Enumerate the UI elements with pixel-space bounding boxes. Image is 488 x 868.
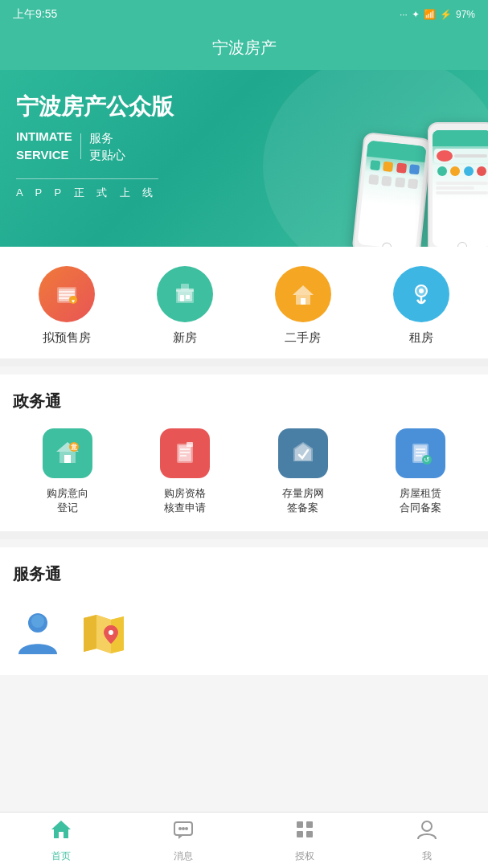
bluetooth-icon: ✦ xyxy=(412,9,420,20)
hetong-label: 房屋租赁合同备案 xyxy=(400,486,441,515)
svg-rect-43 xyxy=(59,832,64,838)
svg-rect-10 xyxy=(186,295,190,299)
svg-point-46 xyxy=(182,827,185,830)
svg-rect-25 xyxy=(178,445,191,461)
wifi-icon: 📶 xyxy=(424,9,436,20)
quick-item-zufang[interactable]: 租房 xyxy=(381,266,461,346)
tab-profile-icon xyxy=(416,818,438,846)
tab-messages-label: 消息 xyxy=(174,850,193,863)
banner-divider xyxy=(80,133,81,159)
cunliang-icon-box xyxy=(278,428,328,478)
header-title: 宁波房产 xyxy=(212,39,277,56)
svg-rect-21 xyxy=(64,455,71,463)
hetong-icon-box: ↺ xyxy=(396,428,445,478)
separator-2 xyxy=(0,531,488,539)
xinfang-label: 新房 xyxy=(173,330,197,346)
banner-service-text: 服务 更贴心 xyxy=(89,129,125,163)
svg-point-45 xyxy=(178,827,182,830)
svg-rect-50 xyxy=(297,831,303,837)
svg-rect-51 xyxy=(306,831,313,837)
app-header: 宁波房产 xyxy=(0,29,488,70)
svg-text:♥: ♥ xyxy=(72,298,75,304)
svg-point-47 xyxy=(185,827,188,830)
banner: 宁波房产公众版 INTIMATE SERVICE 服务 更贴心 A P P 正 … xyxy=(0,70,488,247)
battery-level: 97% xyxy=(456,9,475,20)
phone-mockup-back xyxy=(351,132,432,247)
ershougfang-icon xyxy=(275,266,331,322)
status-bar: 上午9:55 ··· ✦ 📶 ⚡ 97% xyxy=(0,0,488,29)
signal-icon: ··· xyxy=(400,9,408,20)
service-person-icon xyxy=(13,609,63,659)
svg-rect-29 xyxy=(187,442,193,447)
svg-text:↺: ↺ xyxy=(424,456,430,464)
tab-home-icon xyxy=(50,818,72,846)
yushoufang-icon: ♥ xyxy=(39,266,95,322)
svg-rect-48 xyxy=(297,821,303,828)
zhengwutong-section: 政务通 意 购房意向登记 xyxy=(0,375,488,531)
zhengwutong-title: 政务通 xyxy=(13,391,475,412)
svg-rect-8 xyxy=(178,292,192,301)
tab-bar: 首页 消息 授权 xyxy=(0,812,488,868)
fuwutong-title: 服务通 xyxy=(13,563,475,585)
zhengwutong-grid: 意 购房意向登记 购房资格核查申请 xyxy=(13,428,475,515)
tab-auth[interactable]: 授权 xyxy=(244,818,367,863)
tab-messages[interactable]: 消息 xyxy=(122,818,244,863)
svg-point-40 xyxy=(109,630,113,635)
quick-item-xinfang[interactable]: 新房 xyxy=(145,266,225,346)
yushoufang-label: 拟预售房 xyxy=(43,330,91,346)
grid-item-goufa-yixiang[interactable]: 意 购房意向登记 xyxy=(13,428,122,515)
banner-phones xyxy=(350,122,488,247)
phone-mockup-front xyxy=(428,122,488,247)
yixiang-label: 购房意向登记 xyxy=(47,486,88,515)
battery-icon: ⚡ xyxy=(440,9,452,20)
svg-point-17 xyxy=(419,289,424,293)
separator-1 xyxy=(0,358,488,366)
svg-marker-13 xyxy=(293,285,314,295)
quick-nav: ♥ 拟预售房 新房 xyxy=(0,247,488,358)
tab-home[interactable]: 首页 xyxy=(0,818,122,863)
zige-label: 购房资格核查申请 xyxy=(164,486,206,515)
xinfang-icon xyxy=(157,266,213,322)
tab-auth-label: 授权 xyxy=(295,850,314,863)
zige-icon-box xyxy=(160,428,210,478)
grid-item-hetong[interactable]: ↺ 房屋租赁合同备案 xyxy=(366,428,475,515)
zufang-label: 租房 xyxy=(409,330,433,346)
banner-app-text: A P P 正 式 上 线 xyxy=(16,178,158,200)
banner-en-text: INTIMATE SERVICE xyxy=(16,128,72,164)
svg-rect-12 xyxy=(181,284,189,290)
svg-point-38 xyxy=(31,615,44,628)
svg-rect-15 xyxy=(301,298,306,305)
svg-text:意: 意 xyxy=(70,443,78,451)
service-bottom-row xyxy=(13,601,475,659)
svg-rect-9 xyxy=(180,295,184,301)
service-person-item[interactable] xyxy=(13,609,63,659)
ershougfang-label: 二手房 xyxy=(285,330,321,346)
tab-messages-icon xyxy=(172,818,195,846)
grid-item-zigezige[interactable]: 购房资格核查申请 xyxy=(130,428,240,515)
svg-rect-49 xyxy=(306,821,313,828)
yixiang-icon-box: 意 xyxy=(43,428,92,478)
tab-auth-icon xyxy=(293,818,316,846)
tab-profile-label: 我 xyxy=(422,850,432,863)
service-map-item[interactable] xyxy=(79,609,129,659)
status-time: 上午9:55 xyxy=(13,7,57,22)
quick-item-yushoufang[interactable]: ♥ 拟预售房 xyxy=(27,266,107,346)
cunliang-label: 存量房网签备案 xyxy=(282,486,324,515)
fuwutong-section: 服务通 xyxy=(0,547,488,675)
svg-point-52 xyxy=(422,821,432,831)
grid-item-cunliang[interactable]: 存量房网签备案 xyxy=(248,428,358,515)
zufang-icon xyxy=(393,266,449,322)
tab-profile[interactable]: 我 xyxy=(366,818,488,863)
status-icons: ··· ✦ 📶 ⚡ 97% xyxy=(400,9,475,20)
quick-item-ershougfang[interactable]: 二手房 xyxy=(263,266,343,346)
tab-home-label: 首页 xyxy=(51,850,71,863)
svg-marker-41 xyxy=(51,821,71,829)
service-map-icon xyxy=(79,609,129,659)
